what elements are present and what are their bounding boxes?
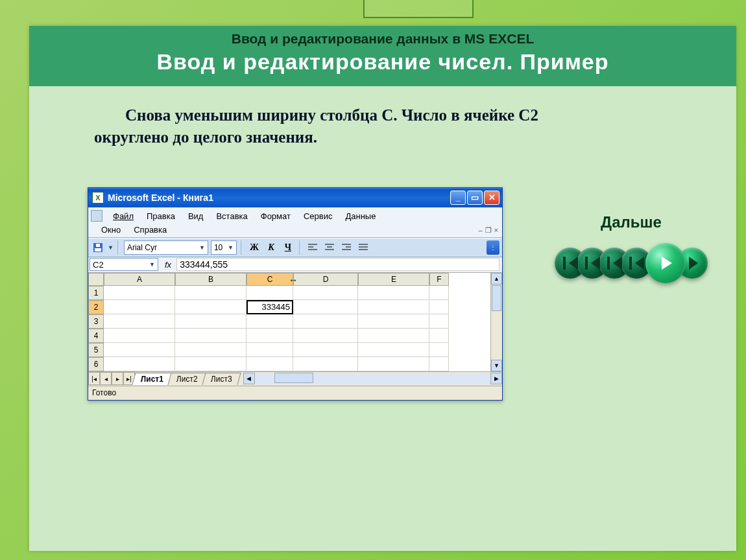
- cell-B4[interactable]: [175, 329, 247, 343]
- row-header-2[interactable]: 2: [88, 300, 104, 314]
- cell-F3[interactable]: [429, 314, 449, 329]
- doc-minimize-icon[interactable]: –: [478, 226, 482, 235]
- name-box[interactable]: C2▼: [90, 258, 158, 271]
- scroll-down-icon[interactable]: ▼: [491, 360, 502, 371]
- scroll-up-icon[interactable]: ▲: [491, 273, 502, 285]
- cell-E6[interactable]: [358, 357, 429, 371]
- row-header-1[interactable]: 1: [88, 286, 104, 300]
- menu-format[interactable]: Формат: [254, 210, 297, 222]
- cell-D3[interactable]: [293, 314, 358, 329]
- cell-D6[interactable]: [293, 357, 358, 371]
- cell-B1[interactable]: [175, 286, 247, 300]
- sheet-nav-next-icon[interactable]: ▸: [112, 372, 123, 385]
- cell-C6[interactable]: [247, 357, 293, 371]
- align-justify-button[interactable]: [356, 240, 370, 255]
- cell-C1[interactable]: [247, 286, 293, 300]
- minimize-button[interactable]: _: [450, 191, 466, 205]
- col-header-B[interactable]: B: [175, 273, 247, 286]
- body-line-2: округлено до целого значения.: [94, 128, 317, 146]
- toolbar-options-button[interactable]: ⋮: [487, 240, 499, 255]
- col-header-C[interactable]: C ↔: [247, 273, 293, 286]
- doc-close-icon[interactable]: ×: [494, 226, 498, 235]
- menu-view[interactable]: Вид: [182, 210, 210, 222]
- align-right-button[interactable]: [339, 240, 354, 255]
- cell-C3[interactable]: [247, 314, 293, 329]
- font-name-selector[interactable]: Arial Cyr▼: [124, 240, 208, 255]
- col-header-E[interactable]: E: [358, 273, 429, 286]
- sheet-tab-3[interactable]: Лист3: [202, 373, 241, 385]
- col-header-A[interactable]: A: [104, 273, 175, 286]
- cell-E4[interactable]: [358, 329, 429, 343]
- row-header-3[interactable]: 3: [88, 314, 104, 329]
- menu-tools[interactable]: Сервис: [297, 210, 339, 222]
- align-left-button[interactable]: [306, 240, 320, 255]
- menu-edit[interactable]: Правка: [140, 210, 182, 222]
- row-header-6[interactable]: 6: [88, 357, 104, 371]
- cell-A6[interactable]: [104, 357, 175, 371]
- slide-header: Ввод и редактирование данных в MS EXCEL …: [29, 26, 736, 86]
- col-header-D[interactable]: D: [293, 273, 358, 286]
- cell-D4[interactable]: [293, 329, 358, 343]
- doc-restore-icon[interactable]: ❐: [485, 226, 492, 235]
- scroll-right-icon[interactable]: ▶: [490, 373, 502, 384]
- menu-window[interactable]: Окно: [95, 224, 127, 236]
- save-dropdown-icon[interactable]: ▼: [108, 244, 114, 251]
- cell-F2[interactable]: [429, 300, 449, 314]
- cell-F1[interactable]: [429, 286, 449, 300]
- hscroll-thumb[interactable]: [274, 373, 313, 383]
- row-header-5[interactable]: 5: [88, 343, 104, 357]
- column-resize-cursor-icon[interactable]: ↔: [289, 275, 298, 285]
- bold-button[interactable]: Ж: [247, 240, 261, 255]
- fx-icon[interactable]: fx: [160, 260, 176, 270]
- font-size-selector[interactable]: 10▼: [211, 240, 237, 255]
- cell-C4[interactable]: [247, 329, 293, 343]
- italic-button[interactable]: К: [264, 240, 278, 255]
- cell-A2[interactable]: [104, 300, 175, 314]
- col-header-F[interactable]: F: [429, 273, 449, 286]
- menu-data[interactable]: Данные: [339, 210, 382, 222]
- menu-file[interactable]: Файл: [106, 210, 140, 222]
- cell-B5[interactable]: [175, 343, 247, 357]
- cell-A3[interactable]: [104, 314, 175, 329]
- vscroll-thumb[interactable]: [492, 285, 501, 311]
- cell-F4[interactable]: [429, 329, 449, 343]
- excel-window: X Microsoft Excel - Книга1 _ ▭ ✕ Файл Пр…: [88, 187, 503, 401]
- save-icon[interactable]: [91, 240, 105, 255]
- sheet-tab-1[interactable]: Лист1: [132, 373, 172, 385]
- row-header-4[interactable]: 4: [88, 329, 104, 343]
- nav-play-button[interactable]: [645, 243, 686, 283]
- cell-B6[interactable]: [175, 357, 247, 371]
- menu-insert[interactable]: Вставка: [210, 210, 254, 222]
- select-all-corner[interactable]: [88, 273, 104, 286]
- sheet-nav-prev-icon[interactable]: ◂: [100, 372, 112, 385]
- formula-input[interactable]: 333444,555: [176, 258, 499, 271]
- cell-B3[interactable]: [175, 314, 247, 329]
- cell-E1[interactable]: [358, 286, 429, 300]
- vertical-scrollbar[interactable]: ▲ ▼: [490, 273, 502, 371]
- sheet-tab-2[interactable]: Лист2: [167, 373, 206, 385]
- scroll-left-icon[interactable]: ◀: [243, 373, 255, 384]
- workbook-icon[interactable]: [91, 210, 102, 222]
- cell-A1[interactable]: [104, 286, 175, 300]
- align-center-button[interactable]: [322, 240, 337, 255]
- cell-E5[interactable]: [358, 343, 429, 357]
- cell-B2[interactable]: [175, 300, 247, 314]
- underline-button[interactable]: Ч: [281, 240, 295, 255]
- cell-F5[interactable]: [429, 343, 449, 357]
- menu-help[interactable]: Справка: [127, 224, 173, 236]
- cell-E2[interactable]: [358, 300, 429, 314]
- cell-C5[interactable]: [247, 343, 293, 357]
- cell-A5[interactable]: [104, 343, 175, 357]
- titlebar[interactable]: X Microsoft Excel - Книга1 _ ▭ ✕: [88, 188, 502, 207]
- horizontal-scrollbar[interactable]: ◀ ▶: [243, 373, 502, 384]
- sheet-nav-first-icon[interactable]: |◂: [88, 372, 100, 385]
- close-button[interactable]: ✕: [484, 191, 499, 205]
- cell-A4[interactable]: [104, 329, 175, 343]
- cell-E3[interactable]: [358, 314, 429, 329]
- cell-D1[interactable]: [293, 286, 358, 300]
- cell-D5[interactable]: [293, 343, 358, 357]
- cell-C2-active[interactable]: 333445: [247, 300, 293, 314]
- cell-D2[interactable]: [293, 300, 358, 314]
- cell-F6[interactable]: [429, 357, 449, 371]
- maximize-button[interactable]: ▭: [467, 191, 483, 205]
